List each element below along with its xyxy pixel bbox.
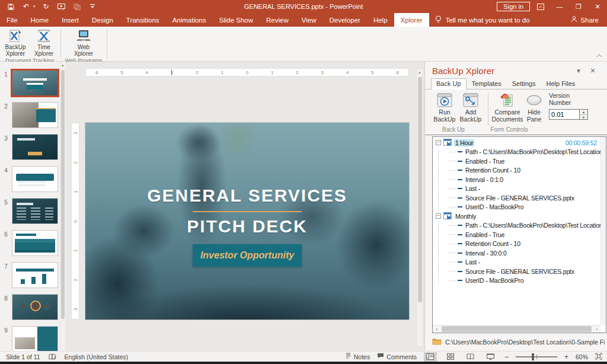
pane-options-dropdown-icon[interactable]: ▾ xyxy=(571,67,586,75)
pane-close-icon[interactable]: ✕ xyxy=(586,67,600,75)
pane-tab[interactable]: Templates xyxy=(467,78,507,89)
scroll-up-icon[interactable]: ▲ xyxy=(60,62,65,69)
tree-property-row[interactable]: Enabled - True xyxy=(433,230,600,240)
slide-title-line1[interactable]: GENERAL SERVICES xyxy=(147,186,347,206)
collapse-ribbon-icon[interactable] xyxy=(596,52,602,59)
pane-tab[interactable]: Help Files xyxy=(541,78,580,89)
slideshow-view-button[interactable] xyxy=(484,352,497,362)
tree-property-row[interactable]: Interval - 30:0:0 xyxy=(433,248,600,258)
compare-documents-button[interactable]: CompareDocuments xyxy=(492,92,523,123)
tree-property-row[interactable]: Interval - 0:1:0 xyxy=(433,175,600,184)
reading-view-button[interactable] xyxy=(464,352,477,362)
slide-thumbnail[interactable]: 5 xyxy=(0,198,65,224)
slide-sorter-view-button[interactable] xyxy=(444,352,457,362)
hide-pane-button[interactable]: HidePane xyxy=(524,92,544,123)
start-slideshow-icon[interactable] xyxy=(57,2,66,11)
touch-mode-icon[interactable] xyxy=(72,2,82,11)
web-xplorer-button[interactable]: WebXplorer xyxy=(71,28,97,57)
ribbon-tab[interactable]: Developer xyxy=(323,13,367,27)
tree-node-row[interactable]: − 1 Hour 00:00:59:52 xyxy=(433,138,600,148)
tree-property-row[interactable]: Source File - GENERAL SERVICES.pptx xyxy=(433,193,600,203)
version-number-input[interactable] xyxy=(549,109,580,120)
undo-dropdown-icon[interactable]: ▾ xyxy=(33,4,36,9)
slide-indicator[interactable]: Slide 1 of 11 xyxy=(6,353,40,360)
tree-property-row[interactable]: Source File - GENERAL SERVICES.pptx xyxy=(433,267,600,276)
ribbon-tab[interactable]: View xyxy=(295,13,323,27)
backup-xplorer-button[interactable]: BackUpXplorer xyxy=(2,28,28,57)
tree-property-row[interactable]: UserID - MacBookPro xyxy=(433,203,600,212)
undo-icon[interactable]: ↶ xyxy=(21,2,31,11)
spin-down-icon[interactable]: ▼ xyxy=(580,114,587,119)
zoom-in-button[interactable]: + xyxy=(564,353,568,361)
zoom-slider-thumb[interactable] xyxy=(532,353,534,360)
ribbon-tab[interactable]: Insert xyxy=(55,13,85,27)
version-spinner[interactable]: ▲▼ xyxy=(580,109,588,120)
scroll-right-icon[interactable]: › xyxy=(593,327,600,332)
scroll-left-icon[interactable]: ‹ xyxy=(433,327,440,332)
slide-thumbnail[interactable]: 8 xyxy=(0,294,65,320)
collapse-node-icon[interactable]: − xyxy=(436,140,441,145)
slide-thumbnail-preview[interactable] xyxy=(12,294,58,320)
save-icon[interactable] xyxy=(6,2,15,11)
close-button[interactable]: ✕ xyxy=(589,1,606,12)
ribbon-tab[interactable]: File xyxy=(0,13,24,27)
slide-thumbnail-preview[interactable] xyxy=(12,166,58,192)
tree-property-row[interactable]: Retention Count - 10 xyxy=(433,166,600,175)
proofing-icon[interactable] xyxy=(49,353,56,360)
zoom-out-button[interactable]: − xyxy=(504,353,509,361)
normal-view-button[interactable] xyxy=(424,352,437,362)
slide-thumbnail[interactable]: 4 xyxy=(0,166,65,192)
customize-qat-icon[interactable] xyxy=(88,2,97,11)
slide-thumbnail-preview[interactable] xyxy=(12,102,58,128)
slide-thumbnail[interactable]: 1 xyxy=(0,70,65,96)
ribbon-display-options-icon[interactable] xyxy=(532,1,549,12)
ribbon-tab[interactable]: Design xyxy=(85,13,120,27)
notes-toggle[interactable]: Notes xyxy=(345,353,370,360)
tree-node-row[interactable]: − Monthly xyxy=(433,212,600,221)
redo-icon[interactable]: ↻ xyxy=(41,2,51,11)
ribbon-tab[interactable]: Animations xyxy=(166,13,213,27)
tell-me-box[interactable]: Tell me what you want to do xyxy=(429,13,536,27)
slide-thumbnail[interactable]: 7 xyxy=(0,262,65,288)
tree-horizontal-scrollbar[interactable]: ‹ › xyxy=(433,325,600,333)
backup-tree-view[interactable]: − 1 Hour 00:00:59:52 Path - C:\Users\Mac… xyxy=(432,136,606,333)
slide-subtitle-box[interactable]: Investor Opportunity xyxy=(193,244,302,267)
tree-property-row[interactable]: Path - C:\Users\MacBookPro\Desktop\Test … xyxy=(433,148,600,157)
collapse-node-icon[interactable]: − xyxy=(436,213,441,219)
zoom-slider[interactable] xyxy=(516,356,557,357)
slide-title-block[interactable]: GENERAL SERVICES PITCH DECK Investor Opp… xyxy=(85,186,409,267)
restore-button[interactable]: ❐ xyxy=(570,1,587,12)
slide-thumbnail-preview[interactable] xyxy=(12,262,58,288)
run-backup-button[interactable]: RunBackUp xyxy=(432,92,457,123)
slide-thumbnail-preview[interactable] xyxy=(12,326,58,351)
tree-vertical-scrollbar[interactable] xyxy=(600,137,606,325)
ribbon-tab[interactable]: Home xyxy=(24,13,56,27)
tree-property-row[interactable]: Enabled - True xyxy=(433,157,600,166)
language-indicator[interactable]: English (United States) xyxy=(65,353,128,360)
sign-in-button[interactable]: Sign in xyxy=(497,2,530,11)
slide-thumbnail-preview[interactable] xyxy=(12,134,58,160)
ribbon-tab[interactable]: Transitions xyxy=(120,13,166,27)
slide-thumbnail-preview[interactable] xyxy=(12,230,58,256)
zoom-level[interactable]: 60% xyxy=(576,353,588,360)
tree-property-row[interactable]: Retention Count - 10 xyxy=(433,240,600,249)
tree-property-row[interactable]: Path - C:\Users\MacBookPro\Desktop\Test … xyxy=(433,221,600,231)
time-xplorer-button[interactable]: TimeXplorer xyxy=(31,28,57,57)
tree-node-label[interactable]: Monthly xyxy=(454,213,477,220)
slide-thumbnail[interactable]: 9 xyxy=(0,326,65,351)
tree-property-row[interactable]: Last - xyxy=(433,184,600,194)
slide-thumbnail-preview[interactable] xyxy=(12,198,58,224)
tree-node-label[interactable]: 1 Hour xyxy=(454,139,474,146)
thumbnail-scrollbar[interactable]: ▲ xyxy=(60,62,65,351)
add-backup-button[interactable]: AddBackUp xyxy=(458,92,483,123)
canvas-scrollbar[interactable]: ▲ xyxy=(416,68,423,347)
pane-tab[interactable]: Settings xyxy=(507,78,541,89)
fit-slide-to-window-icon[interactable] xyxy=(595,353,602,361)
minimize-button[interactable]: — xyxy=(551,1,568,12)
scroll-up-icon[interactable]: ▲ xyxy=(417,69,423,76)
ribbon-tab[interactable]: Review xyxy=(260,13,295,27)
slide-thumbnail[interactable]: 3 xyxy=(0,134,65,160)
slide-thumbnail[interactable]: 6 xyxy=(0,230,65,256)
slide-title-line2[interactable]: PITCH DECK xyxy=(187,216,307,237)
slide-editing-area[interactable]: GENERAL SERVICES PITCH DECK Investor Opp… xyxy=(85,123,409,320)
